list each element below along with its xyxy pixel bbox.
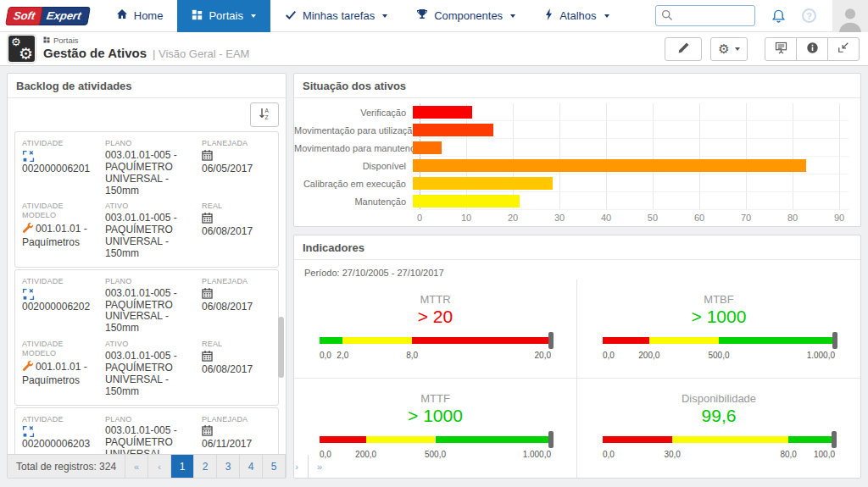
bar-category-label: Disponível [294, 161, 413, 171]
pagination-arrow[interactable]: ‹ [147, 455, 170, 478]
pagination-page-3[interactable]: 3 [216, 455, 239, 478]
backlog-card[interactable]: ATIVIDADE002000006202PLANO003.01.01-005 … [14, 269, 279, 406]
backlog-toolbar: AZ [8, 98, 286, 131]
card-field: ATIVIDADE002000006203 [22, 415, 97, 454]
breadcrumb[interactable]: Portais [43, 36, 249, 46]
card-field-label: PLANO [105, 139, 193, 148]
pagination-page-1[interactable]: 1 [170, 455, 193, 478]
content-area: Backlog de atividades AZ ATIVIDADE002000… [0, 66, 868, 485]
help-icon[interactable]: ? [802, 8, 816, 23]
card-field: ATIVIDADE002000006201 [22, 139, 97, 196]
nav-item-portais[interactable]: Portais [177, 0, 270, 32]
nav-item-atalhos[interactable]: Atalhos [530, 0, 623, 32]
card-field-label: ATIVIDADE [22, 415, 97, 424]
gauge-segment [649, 337, 719, 344]
calendar-icon [202, 150, 271, 163]
card-field-label: REAL [202, 202, 271, 211]
workflow-icon [22, 425, 97, 438]
info-icon [806, 42, 819, 57]
gear-icon: ⚙ [718, 42, 729, 55]
backlog-card[interactable]: ATIVIDADE002000006201PLANO003.01.01-005 … [14, 131, 279, 268]
bar [413, 106, 472, 119]
softexpert-logo[interactable]: Soft Expert [7, 7, 90, 25]
gauge-segment [436, 436, 552, 443]
nav-item-componentes[interactable]: Componentes [402, 0, 530, 32]
nav-item-label: Portais [209, 9, 242, 22]
chevron-down-icon [251, 14, 256, 18]
x-axis-tick-label: 40 [601, 213, 611, 223]
gauge-segment [366, 436, 436, 443]
card-field: PLANEJADA06/11/2017 [202, 415, 271, 454]
backlog-scrollbar[interactable] [278, 317, 284, 378]
presentation-button[interactable] [765, 37, 797, 61]
gauge-value: > 20 [320, 307, 551, 327]
backlog-card[interactable]: ATIVIDADE002000006203PLANO003.01.01-005 … [14, 407, 279, 454]
x-axis: 0102030405060708090 [420, 210, 849, 224]
gauge-mttr: MTTR> 200,02,08,020,0 [294, 279, 577, 379]
gauge-ticks: 0,02,08,020,0 [320, 351, 551, 362]
x-axis-tick-label: 20 [508, 213, 518, 223]
card-field-value: 003.01.01-005 - PAQUÍMETRO UNIVERSAL - 1… [105, 425, 193, 454]
chevron-down-icon [510, 14, 515, 18]
gauge-tick-label: 80,0 [780, 450, 796, 459]
navbar-right: ? [655, 0, 868, 32]
calendar-icon [202, 288, 271, 301]
gauge-bar [603, 337, 835, 344]
card-field-label: ATIVO [105, 202, 193, 211]
card-field-value: 06/05/2017 [202, 150, 271, 175]
card-field: REAL06/08/2017 [202, 202, 271, 259]
nav-item-minhas-tarefas[interactable]: Minhas tarefas [270, 0, 402, 32]
gauge-tick-label: 0,0 [320, 351, 331, 360]
svg-text:A: A [265, 108, 270, 113]
main-nav: HomePortaisMinhas tarefasComponentesAtal… [102, 0, 624, 32]
x-axis-tick-label: 90 [834, 213, 844, 223]
nav-item-home[interactable]: Home [102, 0, 178, 32]
pagination-arrow[interactable]: « [125, 455, 147, 478]
pagination-arrow[interactable]: › [285, 455, 308, 478]
card-field: PLANO003.01.01-005 - PAQUÍMETRO UNIVERSA… [105, 415, 193, 454]
bar-track [413, 121, 849, 139]
pagination-page-5[interactable]: 5 [262, 455, 285, 478]
gauge-tick-label: 8,0 [406, 351, 418, 360]
pagination-page-4[interactable]: 4 [239, 455, 262, 478]
gauge-segment [719, 337, 835, 344]
card-field: ATIVIDADE002000006202 [22, 277, 97, 335]
calendar-icon [202, 213, 271, 225]
card-field-label: PLANO [105, 415, 193, 424]
card-field-label: ATIVIDADE MODELO [22, 340, 97, 358]
gauge-tick-label: 500,0 [425, 450, 446, 459]
notifications-bell-icon[interactable] [771, 8, 786, 24]
gauge-segment [412, 337, 551, 344]
card-field-value: 002000006201 [22, 150, 97, 175]
user-avatar[interactable] [832, 0, 868, 32]
card-field-value: 003.01.01-005 - PAQUÍMETRO UNIVERSAL - 1… [105, 213, 193, 260]
gauge-tick-label: 30,0 [664, 450, 680, 459]
breadcrumb-block: Portais Gestão de Ativos | Visão Geral -… [43, 36, 249, 61]
trophy-icon [416, 8, 428, 23]
chart-row: Movimentação para utilização [294, 121, 849, 139]
collapse-button[interactable] [827, 37, 860, 61]
gauge-disponibilidade: Disponibilidade99,60,030,080,0100,0 [577, 379, 860, 478]
settings-button[interactable]: ⚙ [710, 37, 748, 61]
workflow-icon [22, 150, 97, 163]
breadcrumb-label: Portais [53, 36, 79, 46]
bar-category-label: Manutenção [294, 196, 413, 207]
backlog-card-list: ATIVIDADE002000006201PLANO003.01.01-005 … [8, 131, 286, 454]
portal-gears-icon: ⚙⚙ [8, 36, 35, 62]
card-field-value: 06/08/2017 [202, 288, 271, 313]
calendar-icon [202, 425, 271, 438]
nav-item-label: Home [134, 9, 164, 22]
card-field-label: REAL [202, 340, 271, 349]
card-field-value: 06/08/2017 [202, 351, 271, 376]
bar-track [413, 174, 849, 192]
card-row: ATIVIDADE MODELO001.01.01 - PaquímetrosA… [22, 202, 271, 259]
card-field: PLANO003.01.01-005 - PAQUÍMETRO UNIVERSA… [105, 277, 193, 335]
asset-status-panel: Situação dos ativos VerificaçãoMovimenta… [293, 73, 861, 227]
gauges-grid: MTTR> 200,02,08,020,0MTBF> 10000,0200,05… [294, 279, 860, 478]
edit-button[interactable] [665, 37, 702, 61]
pagination-page-2[interactable]: 2 [193, 455, 216, 478]
info-button[interactable] [796, 37, 828, 61]
top-navbar: Soft Expert HomePortaisMinhas tarefasCom… [0, 0, 868, 32]
pagination: «‹12345›» [125, 455, 331, 478]
sort-button[interactable]: AZ [250, 102, 279, 127]
